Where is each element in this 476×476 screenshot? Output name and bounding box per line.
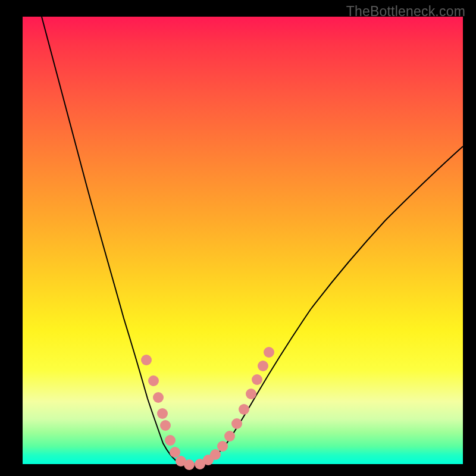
marker-dot [246,389,256,399]
marker-dot [264,347,274,358]
chart-container: TheBottleneck.com [0,0,476,476]
marker-dot [217,441,228,452]
chart-svg [0,0,476,476]
marker-dot [170,447,180,458]
marker-dot [231,418,242,429]
marker-dot [141,355,152,365]
marker-dot [165,435,176,446]
watermark-text: TheBottleneck.com [346,4,465,20]
marker-dot [258,361,268,371]
marker-dot [184,459,195,470]
marker-dot [153,392,164,403]
marker-dot [224,431,235,441]
marker-dot [157,408,168,419]
marker-dot [160,420,171,431]
marker-dot [252,374,262,385]
curve-right [201,146,463,464]
marker-dot [210,449,221,460]
marker-dot [239,404,249,415]
marker-group [141,347,274,470]
marker-dot [148,375,159,386]
